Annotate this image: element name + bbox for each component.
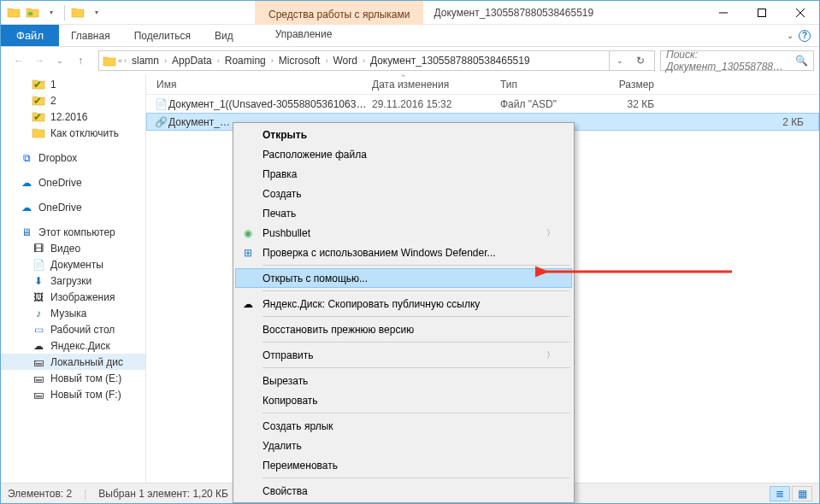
folder-icon: ✔	[32, 94, 45, 108]
sidebar-item-music[interactable]: ♪Музыка	[1, 305, 145, 321]
menu-separator	[263, 316, 570, 317]
sidebar-item-quick-2[interactable]: ✔2	[1, 92, 145, 108]
svg-text:✔: ✔	[33, 111, 42, 122]
status-selection: Выбран 1 элемент: 1,20 КБ	[98, 488, 228, 500]
nav-back-button[interactable]: ←	[9, 51, 28, 70]
sidebar-item-yandex[interactable]: ☁Яндекс.Диск	[1, 337, 145, 354]
window-controls	[704, 1, 819, 25]
folder-icon	[32, 126, 45, 140]
navigation-tree[interactable]: ✔1 ✔2 ✔12.2016 Как отключить ⧉Dropbox ☁O…	[1, 74, 146, 483]
quick-access-toolbar: ▾ ▾	[1, 5, 109, 21]
breadcrumb[interactable]: Microsoft	[275, 55, 324, 67]
file-row[interactable]: 📄 Документ_1((Unsaved-305588053610638… 2…	[146, 95, 819, 113]
svg-rect-0	[28, 12, 32, 15]
music-icon: ♪	[32, 307, 45, 320]
column-header-size[interactable]: Размер	[586, 79, 663, 91]
breadcrumb[interactable]: Word	[329, 55, 360, 67]
chevron-right-icon: 〉	[546, 349, 555, 361]
minimize-button[interactable]	[704, 1, 742, 25]
menu-item-copy[interactable]: Копировать	[235, 390, 572, 410]
column-headers[interactable]: ⌃ Имя Дата изменения Тип Размер	[146, 74, 819, 95]
refresh-button[interactable]: ↻	[630, 51, 651, 70]
folder-icon	[6, 5, 21, 21]
column-header-type[interactable]: Тип	[500, 79, 586, 91]
menu-item-edit[interactable]: Правка	[235, 164, 572, 184]
menu-separator	[263, 290, 570, 291]
sidebar-item-quick-date[interactable]: ✔12.2016	[1, 108, 145, 125]
address-dropdown-button[interactable]: ⌄	[610, 51, 630, 70]
menu-item-yandex-copy-link[interactable]: ☁Яндекс.Диск: Скопировать публичную ссыл…	[235, 294, 572, 314]
menu-item-send-to[interactable]: Отправить〉	[235, 345, 572, 365]
menu-item-file-location[interactable]: Расположение файла	[235, 144, 572, 164]
qat-app-icon	[70, 5, 86, 21]
app-folder-icon	[25, 5, 40, 21]
window-title: Документ_1305587880538465519	[423, 7, 704, 19]
menu-item-create[interactable]: Создать	[235, 184, 572, 203]
sidebar-item-volume-e[interactable]: 🖴Новый том (E:)	[1, 370, 145, 386]
nav-recent-dropdown[interactable]: ⌄	[50, 51, 69, 70]
drive-icon: 🖴	[32, 388, 45, 401]
sidebar-item-downloads[interactable]: ⬇Загрузки	[1, 273, 145, 289]
menu-item-print[interactable]: Печать	[235, 203, 572, 223]
menu-item-cut[interactable]: Вырезать	[235, 371, 572, 390]
contextual-tool-tab[interactable]: Средства работы с ярлыками	[255, 1, 423, 25]
menu-item-rename[interactable]: Переименовать	[235, 455, 572, 475]
column-header-date[interactable]: Дата изменения	[372, 79, 500, 91]
view-details-button[interactable]: ≣	[770, 486, 790, 501]
sidebar-item-onedrive[interactable]: ☁OneDrive	[1, 174, 145, 190]
shortcut-icon: 🔗	[153, 116, 168, 128]
nav-forward-button[interactable]: →	[30, 51, 49, 70]
breadcrumb[interactable]: Документ_1305587880538465519	[367, 55, 534, 67]
defender-icon: ⊞	[240, 247, 256, 259]
nav-up-button[interactable]: ↑	[71, 51, 90, 70]
sidebar-item-volume-f[interactable]: 🖴Новый том (F:)	[1, 386, 145, 402]
search-input[interactable]: Поиск: Документ_130558788… 🔍	[660, 50, 814, 71]
sidebar-item-onedrive-2[interactable]: ☁OneDrive	[1, 199, 145, 215]
menu-item-defender[interactable]: ⊞Проверка с использованием Windows Defen…	[235, 243, 572, 262]
file-tab[interactable]: Файл	[1, 25, 59, 46]
ribbon-expand-icon[interactable]: ⌄	[787, 31, 793, 40]
folder-icon: ✔	[32, 110, 45, 124]
tab-home[interactable]: Главная	[59, 25, 122, 46]
sidebar-item-quick-howto[interactable]: Как отключить	[1, 125, 145, 141]
sidebar-item-localdisk[interactable]: 🖴Локальный дис	[1, 354, 145, 370]
qat-dropdown-icon[interactable]: ▾	[44, 5, 59, 21]
breadcrumb[interactable]: AppData	[168, 55, 215, 67]
sidebar-item-desktop[interactable]: ▭Рабочий стол	[1, 321, 145, 337]
menu-item-create-shortcut[interactable]: Создать ярлык	[235, 416, 572, 436]
view-icons-button[interactable]: ▦	[792, 486, 812, 501]
menu-item-delete[interactable]: Удалить	[235, 436, 572, 455]
help-icon[interactable]: ?	[799, 30, 811, 42]
menu-separator	[263, 265, 570, 266]
sidebar-item-pictures[interactable]: 🖼Изображения	[1, 289, 145, 305]
close-button[interactable]	[781, 1, 819, 25]
breadcrumb[interactable]: slamn	[128, 55, 162, 67]
qat-caret-icon[interactable]: ▾	[89, 5, 104, 21]
sidebar-item-dropbox[interactable]: ⧉Dropbox	[1, 149, 145, 166]
sidebar-item-quick-1[interactable]: ✔1	[1, 76, 145, 92]
menu-item-open[interactable]: Открыть	[235, 125, 572, 144]
menu-separator	[263, 367, 570, 368]
tool-subtab[interactable]: Управление	[233, 25, 374, 44]
search-icon: 🔍	[795, 55, 808, 67]
sidebar-item-documents[interactable]: 📄Документы	[1, 256, 145, 273]
address-bar[interactable]: «› slamn› AppData› Roaming› Microsoft› W…	[98, 50, 655, 71]
svg-text:✔: ✔	[33, 79, 42, 90]
sidebar-item-videos[interactable]: 🎞Видео	[1, 240, 145, 256]
menu-item-pushbullet[interactable]: ◉Pushbullet〉	[235, 223, 572, 243]
svg-rect-2	[758, 9, 765, 16]
yandex-disk-icon: ☁	[240, 298, 256, 310]
onedrive-icon: ☁	[20, 176, 33, 190]
sidebar-item-thispc[interactable]: 🖥Этот компьютер	[1, 224, 145, 240]
video-icon: 🎞	[32, 242, 45, 255]
title-bar: ▾ ▾ Средства работы с ярлыками Документ_…	[1, 1, 819, 25]
maximize-button[interactable]	[742, 1, 781, 25]
menu-item-properties[interactable]: Свойства	[235, 481, 572, 501]
tab-share[interactable]: Поделиться	[122, 25, 203, 46]
column-header-name[interactable]: Имя	[153, 79, 372, 91]
menu-item-restore[interactable]: Восстановить прежнюю версию	[235, 319, 572, 339]
file-size: 32 КБ	[586, 98, 663, 110]
file-size: 2 КБ	[735, 116, 812, 128]
menu-item-open-with[interactable]: Открыть с помощью...	[235, 268, 572, 288]
breadcrumb[interactable]: Roaming	[221, 55, 269, 67]
